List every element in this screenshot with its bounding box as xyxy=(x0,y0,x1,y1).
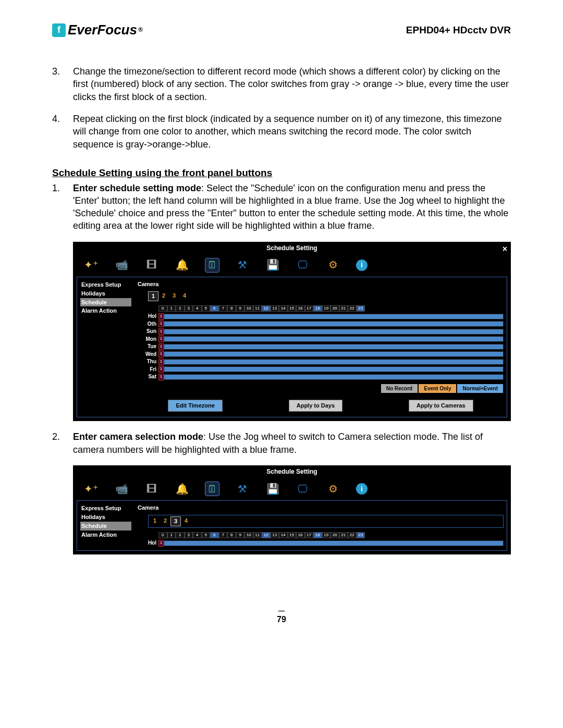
day-bar[interactable] xyxy=(164,351,504,357)
hour-cell: 9 xyxy=(236,532,245,539)
sidebar-item[interactable]: Alarm Action xyxy=(80,306,131,315)
wand-icon[interactable]: ✦⁺ xyxy=(84,482,99,496)
schedule-icon[interactable]: 🗓 xyxy=(205,258,219,273)
schedule-grid[interactable]: Hol1Oth1Sun1Mon1Tue1Wed1Thu1Fri1Sat1 xyxy=(138,313,504,380)
hour-cell: 12 xyxy=(262,305,271,312)
camera-tab[interactable]: 1 xyxy=(150,516,160,526)
hour-cell: 8 xyxy=(227,532,236,539)
day-label: Sat xyxy=(138,373,158,380)
reel-icon[interactable]: 🎞 xyxy=(144,258,159,273)
doc-title: EPHD04+ HDcctv DVR xyxy=(406,23,511,37)
info-icon[interactable]: i xyxy=(356,260,368,271)
hour-cell: 10 xyxy=(244,532,253,539)
page-number: 79 xyxy=(52,607,511,625)
camera-tabs[interactable]: 1234 xyxy=(148,291,504,301)
hour-cell: 6 xyxy=(210,305,219,312)
day-bar[interactable] xyxy=(164,374,504,380)
edit-timezone-button[interactable]: Edit Timezone xyxy=(168,400,222,412)
sidebar-item[interactable]: Schedule xyxy=(80,298,131,307)
bell-icon[interactable]: 🔔 xyxy=(175,482,189,496)
info-icon[interactable]: i xyxy=(356,483,368,495)
day-label: Mon xyxy=(138,336,158,343)
day-first-block[interactable]: 1 xyxy=(158,374,164,380)
hour-cell: 0 xyxy=(158,305,167,312)
network-icon[interactable]: ⚒ xyxy=(235,258,250,273)
day-first-block[interactable]: 1 xyxy=(158,320,164,327)
close-icon[interactable]: × xyxy=(503,243,507,255)
bell-icon[interactable]: 🔔 xyxy=(175,258,189,273)
gears-icon[interactable]: ⚙ xyxy=(326,482,340,496)
camera-icon[interactable]: 📹 xyxy=(114,482,129,496)
hour-cell: 18 xyxy=(313,532,322,539)
disk-icon[interactable]: 💾 xyxy=(265,482,280,496)
camera-tab[interactable]: 2 xyxy=(158,291,169,301)
sidebar-item[interactable]: Express Setup xyxy=(80,504,131,513)
day-first-block[interactable]: 1 xyxy=(158,336,164,342)
window-title: Schedule Setting xyxy=(266,244,317,252)
sidebar-item[interactable]: Express Setup xyxy=(80,280,131,289)
sidebar-item[interactable]: Holidays xyxy=(80,289,131,298)
hour-cell: 21 xyxy=(339,532,348,539)
hour-cell: 1 xyxy=(167,305,176,312)
day-label: Thu xyxy=(138,358,158,365)
disk-icon[interactable]: 💾 xyxy=(265,258,280,273)
display-icon[interactable]: 🖵 xyxy=(296,482,310,496)
list-text: Repeat clicking on the first block (indi… xyxy=(73,113,511,151)
camera-tab[interactable]: 4 xyxy=(181,516,191,526)
hour-cell: 3 xyxy=(185,305,193,312)
sidebar-item[interactable]: Holidays xyxy=(80,513,131,522)
list-text: Change the timezone/section to different… xyxy=(73,65,511,103)
brand-name: EverFocus xyxy=(68,21,137,39)
schedule-icon[interactable]: 🗓 xyxy=(205,482,219,496)
hour-cell: 7 xyxy=(219,305,228,312)
day-first-block[interactable]: 1 xyxy=(158,328,164,335)
hour-cell: 19 xyxy=(322,305,331,312)
day-first-block[interactable]: 1 xyxy=(158,343,164,350)
sidebar-item[interactable]: Schedule xyxy=(80,522,131,530)
hour-cell: 15 xyxy=(288,305,297,312)
network-icon[interactable]: ⚒ xyxy=(235,482,250,496)
day-label: Oth xyxy=(138,320,158,328)
hour-cell: 5 xyxy=(202,305,211,312)
day-bar[interactable] xyxy=(164,366,504,372)
camera-icon[interactable]: 📹 xyxy=(114,258,129,273)
schedule-grid[interactable]: Hol1 xyxy=(138,539,504,547)
day-first-block[interactable]: 1 xyxy=(158,313,164,320)
apply-to-days-button[interactable]: Apply to Days xyxy=(289,400,342,412)
camera-tabs[interactable]: 1234 xyxy=(148,515,504,528)
day-first-block[interactable]: 1 xyxy=(158,359,164,365)
wand-icon[interactable]: ✦⁺ xyxy=(84,258,99,273)
camera-tab[interactable]: 3 xyxy=(170,516,181,526)
brand-logo: f EverFocus ® xyxy=(52,21,143,39)
camera-tab[interactable]: 4 xyxy=(179,291,190,301)
hour-cell: 16 xyxy=(296,305,305,312)
list-number: 3. xyxy=(52,65,73,103)
gears-icon[interactable]: ⚙ xyxy=(326,258,340,273)
reel-icon[interactable]: 🎞 xyxy=(144,482,159,496)
camera-tab[interactable]: 3 xyxy=(169,291,179,301)
day-bar[interactable] xyxy=(164,329,504,335)
hour-cell: 9 xyxy=(236,305,245,312)
hour-cell: 19 xyxy=(322,532,331,539)
hour-cell: 14 xyxy=(279,305,288,312)
day-first-block[interactable]: 1 xyxy=(158,540,164,547)
day-bar[interactable] xyxy=(164,540,504,546)
apply-to-cameras-button[interactable]: Apply to Cameras xyxy=(409,400,473,412)
day-bar[interactable] xyxy=(164,344,504,350)
display-icon[interactable]: 🖵 xyxy=(296,258,310,273)
day-bar[interactable] xyxy=(164,359,504,365)
hour-cell: 17 xyxy=(305,305,314,312)
hour-cell: 0 xyxy=(158,532,167,539)
day-bar[interactable] xyxy=(164,314,504,319)
hour-cell: 20 xyxy=(331,305,339,312)
day-bar[interactable] xyxy=(164,336,504,342)
hour-cell: 2 xyxy=(176,532,185,539)
day-bar[interactable] xyxy=(164,321,504,327)
camera-tab[interactable]: 2 xyxy=(160,516,170,526)
day-first-block[interactable]: 1 xyxy=(158,351,164,357)
hour-cell: 6 xyxy=(210,532,219,539)
day-first-block[interactable]: 1 xyxy=(158,366,164,373)
legend-normal-event: Normal+Event xyxy=(457,384,504,394)
camera-tab[interactable]: 1 xyxy=(148,291,158,301)
sidebar-item[interactable]: Alarm Action xyxy=(80,530,131,539)
